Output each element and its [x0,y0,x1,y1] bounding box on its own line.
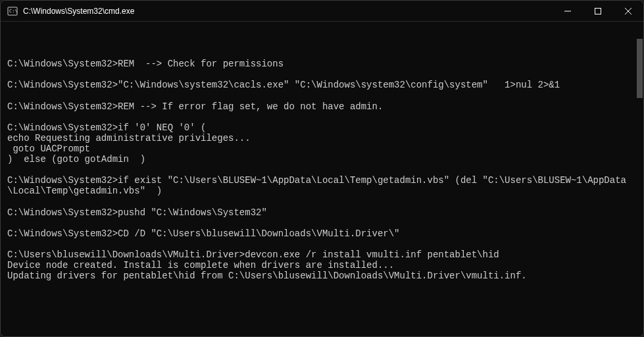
svg-rect-3 [595,8,601,14]
minimize-button[interactable] [553,1,583,21]
close-icon [625,8,632,14]
minimize-icon [564,8,571,14]
titlebar[interactable]: C:\ C:\Windows\System32\cmd.exe [1,1,643,22]
cmd-window: C:\ C:\Windows\System32\cmd.exe [0,0,644,337]
scrollbar-thumb[interactable] [637,39,643,98]
window-title: C:\Windows\System32\cmd.exe [23,7,134,16]
scrollbar[interactable] [636,22,643,336]
cmd-icon: C:\ [7,6,18,16]
terminal-body[interactable]: C:\Windows\System32>REM --> Check for pe… [1,22,643,336]
titlebar-left: C:\ C:\Windows\System32\cmd.exe [7,6,134,16]
maximize-icon [595,8,601,14]
svg-text:C:\: C:\ [9,9,18,14]
terminal-output: C:\Windows\System32>REM --> Check for pe… [7,48,637,281]
window-controls [553,1,643,21]
close-button[interactable] [613,1,643,21]
maximize-button[interactable] [583,1,613,21]
